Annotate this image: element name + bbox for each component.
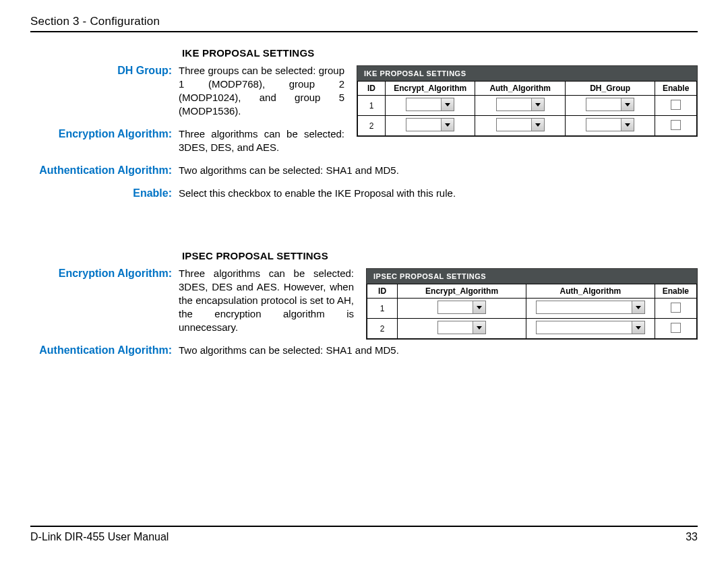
- ike-title: IKE PROPOSAL SETTINGS: [182, 47, 698, 59]
- ipsec-enable-checkbox[interactable]: [671, 303, 681, 313]
- ipsec-screenshot: IPSEC PROPOSAL SETTINGS ID Encrypt_Algor…: [366, 268, 698, 340]
- ipsec-encrypt-select[interactable]: [437, 301, 486, 314]
- ike-enable-checkbox[interactable]: [671, 100, 681, 110]
- ike-th-id: ID: [358, 82, 386, 96]
- ipsec-authalg-row: Authentication Algorithm: Two algorithms…: [30, 344, 698, 357]
- ike-panel: IKE PROPOSAL SETTINGS ID Encrypt_Algorit…: [357, 65, 698, 137]
- ike-table: ID Encrypt_Algorithm Auth_Algorithm DH_G…: [357, 81, 697, 136]
- ike-dhgroup-label: DH Group:: [30, 64, 179, 77]
- table-row: 1: [367, 299, 697, 319]
- ike-encalg-label: Encryption Algorithm:: [30, 127, 179, 141]
- ipsec-authalg-text: Two algorithms can be selected: SHA1 and…: [179, 344, 691, 357]
- ipsec-th-en: Enable: [655, 284, 696, 299]
- section-header: Section 3 - Configuration: [30, 15, 698, 32]
- ike-dhgroup-row: DH Group: Three groups can be selected: …: [30, 64, 344, 118]
- ike-enable-text: Select this checkbox to enable the IKE P…: [179, 187, 691, 200]
- ipsec-table: ID Encrypt_Algorithm Auth_Algorithm Enab…: [367, 284, 697, 339]
- ike-dh-select[interactable]: [586, 98, 634, 111]
- ipsec-auth-select[interactable]: [536, 321, 645, 334]
- ipsec-title: IPSEC PROPOSAL SETTINGS: [182, 250, 698, 261]
- ipsec-encalg-text: Three algorithms can be selected: 3DES, …: [179, 267, 354, 334]
- ipsec-encrypt-select[interactable]: [437, 321, 486, 334]
- ike-auth-select[interactable]: [496, 98, 545, 111]
- ipsec-encalg-row: Encryption Algorithm: Three algorithms c…: [30, 267, 354, 334]
- ike-dhgroup-text: Three groups can be selected: group 1 (M…: [179, 64, 344, 118]
- ipsec-row-id: 2: [367, 319, 398, 339]
- content-area: IKE PROPOSAL SETTINGS IKE PROPOSAL SETTI…: [30, 32, 698, 357]
- ipsec-th-enc: Encrypt_Algorithm: [398, 284, 526, 299]
- ike-row-id: 1: [358, 96, 386, 116]
- table-row: 2: [367, 319, 697, 339]
- table-row: 1: [358, 96, 697, 116]
- ike-screenshot: IKE PROPOSAL SETTINGS ID Encrypt_Algorit…: [357, 65, 698, 137]
- table-row: 2: [358, 116, 697, 136]
- page-number: 33: [686, 531, 698, 543]
- ike-authalg-row: Authentication Algorithm: Two algorithms…: [30, 164, 698, 177]
- ipsec-encalg-label: Encryption Algorithm:: [30, 267, 179, 280]
- ipsec-auth-select[interactable]: [536, 301, 645, 314]
- ipsec-row-id: 1: [367, 299, 398, 319]
- ipsec-th-id: ID: [367, 284, 398, 299]
- ike-panel-bar: IKE PROPOSAL SETTINGS: [357, 66, 697, 81]
- ipsec-panel: IPSEC PROPOSAL SETTINGS ID Encrypt_Algor…: [366, 268, 698, 340]
- ike-enable-label: Enable:: [30, 187, 179, 200]
- page-footer: D-Link DIR-455 User Manual 33: [30, 526, 698, 543]
- ike-encalg-row: Encryption Algorithm: Three algorithms c…: [30, 127, 344, 154]
- footer-title: D-Link DIR-455 User Manual: [30, 531, 169, 543]
- ike-th-enc: Encrypt_Algorithm: [386, 82, 475, 96]
- ike-row-id: 2: [358, 116, 386, 136]
- ike-th-dh: DH_Group: [565, 82, 655, 96]
- ike-encrypt-select[interactable]: [406, 98, 454, 111]
- ipsec-authalg-label: Authentication Algorithm:: [30, 344, 179, 357]
- ike-authalg-label: Authentication Algorithm:: [30, 164, 179, 177]
- ike-encalg-text: Three algorithms can be selected: 3DES, …: [179, 127, 344, 154]
- ipsec-panel-bar: IPSEC PROPOSAL SETTINGS: [367, 269, 697, 284]
- manual-page: Section 3 - Configuration IKE PROPOSAL S…: [0, 0, 728, 562]
- ike-enable-checkbox[interactable]: [671, 120, 681, 130]
- ike-th-auth: Auth_Algorithm: [475, 82, 565, 96]
- ike-encrypt-select[interactable]: [406, 118, 454, 131]
- ipsec-enable-checkbox[interactable]: [671, 323, 681, 333]
- ike-enable-row: Enable: Select this checkbox to enable t…: [30, 187, 698, 200]
- ike-auth-select[interactable]: [496, 118, 545, 131]
- ike-dh-select[interactable]: [586, 118, 634, 131]
- ike-authalg-text: Two algorithms can be selected: SHA1 and…: [179, 164, 691, 177]
- ike-th-en: Enable: [655, 82, 697, 96]
- ipsec-th-auth: Auth_Algorithm: [526, 284, 655, 299]
